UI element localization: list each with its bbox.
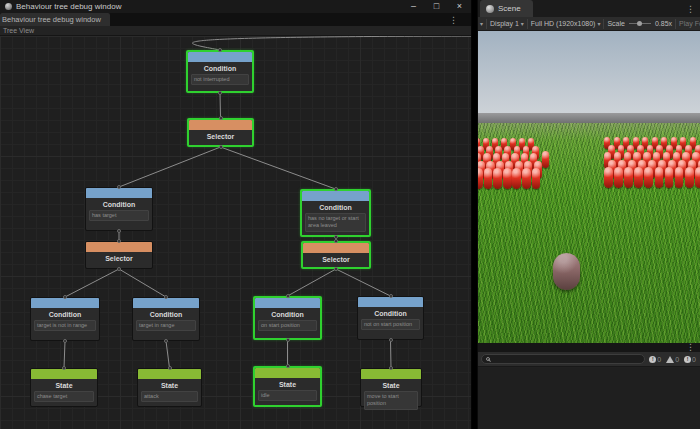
output-port[interactable] <box>117 229 121 233</box>
red-capsule <box>665 167 674 188</box>
warning-icon <box>666 356 674 363</box>
node-subtitle: idle <box>258 390 317 401</box>
resolution-dropdown-label: Full HD (1920x1080) <box>531 20 596 27</box>
game-viewport[interactable] <box>478 31 700 343</box>
output-port[interactable] <box>218 91 222 95</box>
scale-slider[interactable] <box>629 23 651 24</box>
display-dropdown-label: Display 1 <box>490 20 519 27</box>
node-subtitle: target in range <box>136 320 196 331</box>
red-capsule <box>512 168 521 189</box>
tree-graph-canvas[interactable]: Conditionnot interruptedSelectorConditio… <box>0 36 471 429</box>
node-header <box>138 369 201 379</box>
input-port[interactable] <box>334 187 338 191</box>
console-log-area[interactable] <box>478 368 700 429</box>
scale-value: 0.85x <box>655 20 672 27</box>
output-port[interactable] <box>389 338 393 342</box>
tree-node-left-selector[interactable]: Selector <box>85 241 153 269</box>
behaviour-tree-window: Behaviour tree debug window – □ × Behavi… <box>0 0 472 429</box>
maximize-button[interactable]: □ <box>425 0 448 13</box>
input-port[interactable] <box>389 294 393 298</box>
tree-node-right-selector[interactable]: Selector <box>301 241 371 269</box>
console-search-input[interactable] <box>493 355 640 363</box>
chevron-down-icon: ▾ <box>480 20 483 27</box>
input-port[interactable] <box>334 239 338 243</box>
tree-node-state-move-to-start[interactable]: Statemove to start position <box>360 368 422 407</box>
scene-panel-kebab-icon[interactable]: ⋮ <box>686 3 695 15</box>
red-capsule <box>604 167 613 188</box>
tree-node-cond-not-on-start-position[interactable]: Conditionnot on start position <box>357 296 424 340</box>
minimize-button[interactable]: – <box>402 0 425 13</box>
node-title: Selector <box>303 253 369 265</box>
info-icon: ! <box>649 356 656 363</box>
red-capsule <box>484 168 493 189</box>
tab-scene[interactable]: Scene <box>480 0 533 17</box>
input-port[interactable] <box>62 366 66 370</box>
toolbar-overflow-dropdown[interactable]: ▾ <box>480 20 483 27</box>
input-port[interactable] <box>63 295 67 299</box>
scene-tab-label: Scene <box>498 4 521 13</box>
input-port[interactable] <box>164 295 168 299</box>
console-search-field[interactable] <box>481 354 645 364</box>
node-title: Condition <box>31 308 99 320</box>
scale-control: Scale 0.85x <box>607 20 672 27</box>
output-port[interactable] <box>63 339 67 343</box>
input-port[interactable] <box>389 366 393 370</box>
output-port[interactable] <box>219 145 223 149</box>
output-port[interactable] <box>286 338 290 342</box>
output-port[interactable] <box>117 267 121 271</box>
console-warning-toggle[interactable]: 0 <box>665 356 680 363</box>
warning-count: 0 <box>675 356 679 363</box>
scale-slider-thumb[interactable] <box>637 21 642 26</box>
node-title: State <box>31 379 97 391</box>
tree-node-root-condition[interactable]: Conditionnot interrupted <box>186 50 254 93</box>
input-port[interactable] <box>117 185 121 189</box>
input-port[interactable] <box>168 366 172 370</box>
red-capsule <box>675 167 684 188</box>
input-port[interactable] <box>117 239 121 243</box>
tree-node-state-idle[interactable]: Stateidle <box>253 366 322 407</box>
tree-window-kebab-icon[interactable]: ⋮ <box>449 14 458 26</box>
red-capsule <box>532 168 541 189</box>
console-info-toggle[interactable]: ! 0 <box>648 356 662 363</box>
output-port[interactable] <box>164 339 168 343</box>
node-header <box>255 298 320 308</box>
tree-node-cond-target-not-in-range[interactable]: Conditiontarget is not in range <box>30 297 100 341</box>
input-port[interactable] <box>286 364 290 368</box>
scale-label: Scale <box>607 20 625 27</box>
tree-node-cond-on-start-position[interactable]: Conditionon start position <box>253 296 322 340</box>
tree-node-cond-target-in-range[interactable]: Conditiontarget in range <box>132 297 200 341</box>
sky <box>478 31 700 113</box>
resolution-dropdown[interactable]: Full HD (1920x1080) ▾ <box>531 20 601 27</box>
tree-node-right-condition[interactable]: Conditionhas no target or start area lea… <box>300 189 371 237</box>
red-capsule <box>685 167 694 188</box>
chevron-down-icon: ▾ <box>521 20 524 27</box>
play-focused-dropdown[interactable]: Play Fo <box>679 20 700 27</box>
tree-node-state-attack[interactable]: Stateattack <box>137 368 202 407</box>
input-port[interactable] <box>286 294 290 298</box>
red-capsule <box>614 167 623 188</box>
node-header <box>358 297 423 307</box>
input-port[interactable] <box>219 116 223 120</box>
tree-node-state-chase-target[interactable]: Statechase target <box>30 368 98 407</box>
search-icon <box>486 357 490 361</box>
toolbar-divider <box>603 19 604 29</box>
tree-node-root-selector[interactable]: Selector <box>187 118 254 147</box>
input-port[interactable] <box>218 48 222 52</box>
node-title: Condition <box>255 308 320 320</box>
node-subtitle: attack <box>141 391 198 402</box>
node-subtitle: move to start position <box>364 391 418 410</box>
red-capsule <box>644 167 653 188</box>
unity-app-icon <box>5 3 12 10</box>
output-port[interactable] <box>334 267 338 271</box>
node-title: Selector <box>86 252 152 264</box>
node-header <box>86 188 152 198</box>
node-title: Condition <box>302 201 369 213</box>
node-header <box>133 298 199 308</box>
node-title: Condition <box>188 62 252 74</box>
node-subtitle: not interrupted <box>191 74 249 85</box>
close-button[interactable]: × <box>448 0 471 13</box>
console-error-toggle[interactable]: ! 0 <box>683 356 697 363</box>
tab-behaviour-tree-debug[interactable]: Behaviour tree debug window <box>0 13 110 26</box>
display-dropdown[interactable]: Display 1 ▾ <box>490 20 524 27</box>
tree-node-left-condition[interactable]: Conditionhas target <box>85 187 153 231</box>
